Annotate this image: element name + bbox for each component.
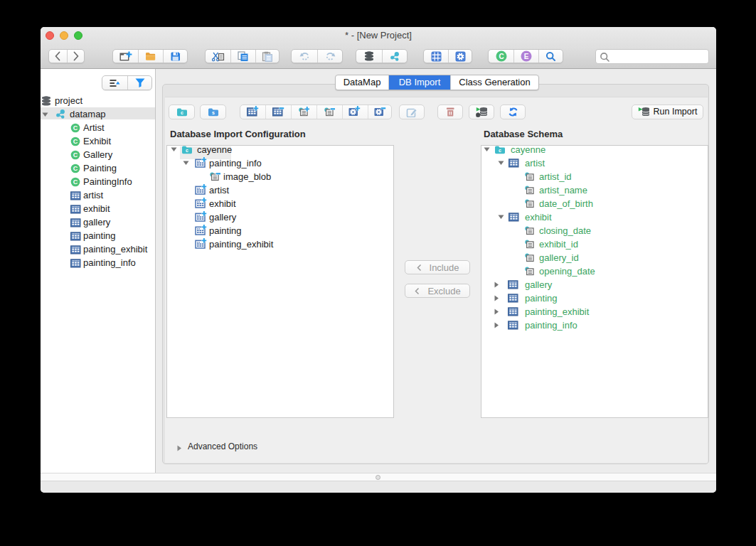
svg-text:E: E [523,53,528,60]
svg-text:C: C [73,178,78,186]
svg-text:C: C [499,53,504,60]
svg-text:c: c [186,147,188,152]
svg-text:s: s [212,109,215,114]
svg-text:C: C [73,151,78,159]
svg-text:C: C [73,165,78,172]
svg-text:c: c [181,109,183,114]
svg-text:c: c [499,147,501,152]
svg-text:C: C [73,124,78,132]
svg-text:C: C [73,138,78,145]
